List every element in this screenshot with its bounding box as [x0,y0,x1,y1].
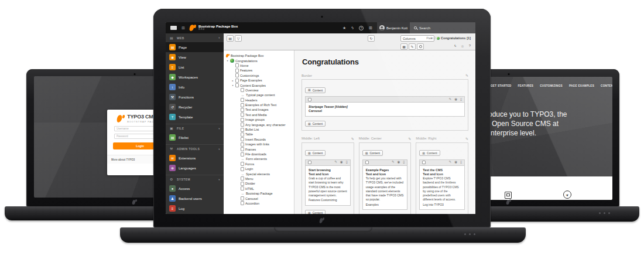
tree-item[interactable]: ▾ Content Examples [224,83,294,87]
edit-column-icon[interactable]: ✎ [351,137,354,141]
tree-item[interactable]: Overview [224,88,294,93]
delete-icon[interactable]: ▯ [460,161,462,164]
module-menu-entry[interactable]: ⚙ Install ▾ [166,213,224,214]
module-menu-entry[interactable]: ▣ FILE ▾ [166,124,224,132]
tree-expander-icon[interactable]: ▾ [231,84,234,87]
module-menu-entry[interactable]: ≡ Log ▾ [166,203,224,213]
module-menu-entry[interactable]: ⊞ Extensions ▾ [166,153,224,163]
new-record-button[interactable]: ▤ [227,35,234,42]
add-content-button[interactable]: ▦ Content [305,87,326,93]
view-webpage-icon[interactable]: ϟ [454,44,456,48]
edit-icon[interactable]: ✎ [449,98,452,101]
tree-item[interactable]: Menu [224,176,294,181]
frontend-nav-item[interactable]: PAGE EXAMPLES [569,84,594,87]
edit-column-icon[interactable]: ✎ [408,137,411,141]
module-menu-entry[interactable]: ⊕ Languages ▾ [166,163,224,173]
visibility-icon[interactable]: ◉ [454,98,457,101]
module-menu-entry[interactable]: ▤ WEB ▾ [166,33,224,42]
edit-column-icon[interactable]: ✎ [465,137,468,141]
tree-item[interactable]: Text and Images [224,107,294,112]
edit-icon[interactable]: ✎ [392,161,395,164]
content-element[interactable]: ✎ ◉ ▯ Startpage Teaser [Hidden] [305,96,465,117]
tree-item[interactable]: Typical page content [224,93,294,97]
add-content-button[interactable]: ▦ Content [305,210,326,214]
content-element[interactable]: ✎ ◉ ▯ Example Pages [362,159,408,210]
clear-cache-bolt-icon[interactable]: ϟ [351,26,354,30]
module-menu-entry[interactable]: ⚙ SYSTEM ▾ [166,175,224,183]
search-bar[interactable]: Search [410,22,475,33]
element-links[interactable]: Examples [366,203,405,207]
module-menu-entry[interactable]: ◆ Workspaces ▾ [166,72,224,82]
element-links[interactable]: Log into TYPO3 [423,203,461,207]
content-element[interactable]: ✎ ◉ ▯ Start browsing [305,159,351,206]
bookmark-star-icon[interactable]: ★ [342,26,346,30]
add-content-button[interactable]: ▦ Content [305,150,326,156]
tree-item[interactable]: ▾ Congratulations [224,58,294,63]
delete-icon[interactable]: ▯ [460,98,462,101]
tree-item[interactable]: Headers [224,98,294,103]
tree-expander-icon[interactable]: ▸ [231,79,234,82]
tree-item[interactable]: Image groups [224,117,294,122]
user-menu[interactable]: Benjamin Kott [377,22,410,33]
module-menu-entry[interactable]: ⚒ Functions ▾ [166,92,224,102]
tree-root[interactable]: Bootstrap Package Box [224,53,294,58]
tree-item[interactable]: Form elements [224,157,294,161]
module-menu-entry[interactable]: ▤ Page ▾ [166,42,224,52]
module-menu-entry[interactable]: i Info ▾ [166,82,224,92]
module-menu-entry[interactable]: T Template ▾ [166,112,224,122]
module-menu-entry[interactable]: ♟ Backend users ▾ [166,193,224,203]
search-page-button[interactable] [417,43,424,50]
element-links[interactable]: Features Customizing [309,198,347,202]
edit-page-button[interactable]: ✎ [409,43,416,50]
add-content-button[interactable]: ▦ Content [419,150,440,156]
tree-item[interactable]: Home [224,63,294,68]
frontend-nav-item[interactable]: CUSTOMIZINGS [540,84,563,87]
module-menu-entry[interactable]: ↺ Recycler ▾ [166,102,224,112]
tree-item[interactable]: Login [224,166,294,171]
module-menu-entry[interactable]: ● Access ▾ [166,183,224,193]
module-menu-entry[interactable]: ▤ Filelist ▾ [166,132,224,142]
frontend-nav-item[interactable]: FEATURES [518,84,533,87]
module-menu-entry[interactable]: ⚒ ADMIN TOOLS ▾ [166,144,224,153]
layout-view-button[interactable]: ▦ [400,43,407,50]
refresh-button[interactable]: ↻ [368,35,375,42]
visibility-icon[interactable]: ◉ [340,161,343,164]
more-about-typo3-link[interactable]: More about TYPO3 [111,158,135,161]
module-menu-entry[interactable]: ≡ List ▾ [166,62,224,72]
bookmark-icon[interactable]: ☆ [461,44,464,48]
menu-collapse-icon[interactable] [170,26,177,30]
delete-icon[interactable]: ▯ [346,161,348,164]
tree-item[interactable]: Any language, any character [224,122,294,127]
tree-item[interactable]: File downloads [224,152,294,157]
help-icon[interactable]: ? [469,44,471,48]
tree-item[interactable]: HTML [224,186,294,191]
tree-item[interactable]: Frames [224,147,294,151]
tree-item[interactable]: Examples of Rich Text [224,103,294,107]
add-content-button[interactable]: ▦ Content [362,150,383,156]
tree-item[interactable]: Bootstrap Package [224,191,294,196]
filter-button[interactable]: ▽ [235,35,242,42]
content-element[interactable]: ✎ ◉ ▯ Test the CMS [419,159,465,210]
module-menu-entry[interactable]: ◉ View ▾ [166,52,224,62]
tree-item[interactable]: Accordion [224,201,294,206]
frontend-nav-item[interactable]: GET STARTED [491,84,511,87]
tree-item[interactable]: Text and Media [224,113,294,117]
tree-item[interactable]: Customizings [224,73,294,78]
help-icon[interactable]: ? [359,26,364,30]
edit-icon[interactable]: ✎ [334,161,337,164]
tree-item[interactable]: Divider [224,181,294,186]
tree-expander-icon[interactable]: ▾ [226,59,229,62]
tree-item[interactable]: ▸ Page Examples [224,78,294,83]
apps-grid-icon[interactable]: ⊞ [181,26,185,30]
tree-item[interactable]: Forms [224,162,294,166]
delete-icon[interactable]: ▯ [403,161,405,164]
visibility-icon[interactable]: ◉ [454,161,457,164]
tree-item[interactable]: Special elements [224,171,294,176]
tree-item[interactable]: Table [224,132,294,137]
tree-item[interactable]: Insert Records [224,137,294,142]
edit-column-icon[interactable]: ✎ [465,73,468,77]
tree-item[interactable]: Carousel [224,196,294,200]
tree-item[interactable]: Features [224,68,294,73]
tree-item[interactable]: Images with links [224,142,294,147]
visibility-icon[interactable]: ◉ [398,161,400,164]
